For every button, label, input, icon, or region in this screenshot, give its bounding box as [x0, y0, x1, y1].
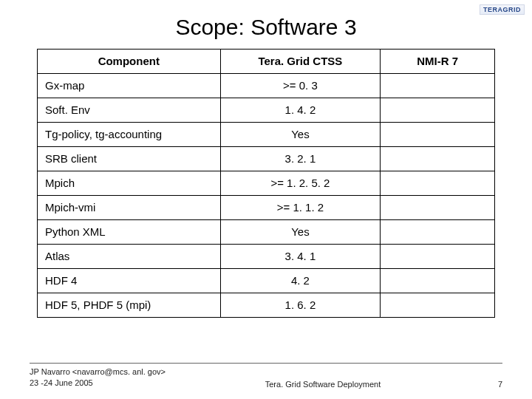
table-row: SRB client3. 2. 1 — [38, 147, 495, 171]
cell-component: Atlas — [38, 245, 221, 269]
cell-nmi — [381, 98, 495, 123]
table-row: HDF 44. 2 — [38, 269, 495, 293]
footer-author: JP Navarro <navarro@mcs. anl. gov> — [30, 366, 166, 378]
cell-component: Tg-policy, tg-accounting — [38, 123, 221, 147]
cell-component: SRB client — [38, 147, 221, 171]
cell-component: Mpich-vmi — [38, 196, 221, 220]
cell-nmi — [381, 245, 495, 269]
cell-nmi — [381, 196, 495, 220]
cell-nmi — [381, 123, 495, 147]
cell-ctss: >= 0. 3 — [220, 74, 381, 98]
cell-nmi — [381, 74, 495, 98]
slide-footer: JP Navarro <navarro@mcs. anl. gov> 23 -2… — [30, 363, 502, 389]
table-row: Tg-policy, tg-accountingYes — [38, 123, 495, 147]
cell-ctss: 3. 4. 1 — [220, 245, 381, 269]
page-title: Scope: Software 3 — [0, 15, 532, 40]
footer-date: 23 -24 June 2005 — [30, 378, 166, 389]
table-row: Gx-map>= 0. 3 — [38, 74, 495, 98]
cell-nmi — [381, 147, 495, 171]
table-row: Mpich>= 1. 2. 5. 2 — [38, 171, 495, 196]
cell-ctss: 1. 4. 2 — [220, 98, 381, 123]
cell-nmi — [381, 171, 495, 196]
table-row: HDF 5, PHDF 5 (mpi)1. 6. 2 — [38, 293, 495, 318]
footer-left: JP Navarro <navarro@mcs. anl. gov> 23 -2… — [30, 366, 166, 389]
footer-divider — [30, 363, 502, 364]
table-row: Soft. Env1. 4. 2 — [38, 98, 495, 123]
cell-ctss: 4. 2 — [220, 269, 381, 293]
cell-nmi — [381, 293, 495, 318]
table-container: Component Tera. Grid CTSS NMI-R 7 Gx-map… — [0, 49, 532, 318]
cell-component: Python XML — [38, 220, 221, 245]
cell-nmi — [381, 269, 495, 293]
footer-center: Tera. Grid Software Deployment — [166, 380, 480, 389]
cell-ctss: Yes — [220, 220, 381, 245]
table-row: Mpich-vmi>= 1. 1. 2 — [38, 196, 495, 220]
brand-logo: TERAGRID — [480, 4, 525, 15]
cell-component: Mpich — [38, 171, 221, 196]
cell-component: HDF 4 — [38, 269, 221, 293]
col-header-component: Component — [38, 50, 221, 74]
table-header-row: Component Tera. Grid CTSS NMI-R 7 — [38, 50, 495, 74]
cell-ctss: >= 1. 2. 5. 2 — [220, 171, 381, 196]
footer-page-number: 7 — [480, 380, 502, 389]
software-table: Component Tera. Grid CTSS NMI-R 7 Gx-map… — [37, 49, 495, 318]
cell-component: Soft. Env — [38, 98, 221, 123]
cell-ctss: 1. 6. 2 — [220, 293, 381, 318]
cell-component: HDF 5, PHDF 5 (mpi) — [38, 293, 221, 318]
col-header-ctss: Tera. Grid CTSS — [220, 50, 381, 74]
cell-component: Gx-map — [38, 74, 221, 98]
table-row: Atlas3. 4. 1 — [38, 245, 495, 269]
cell-ctss: 3. 2. 1 — [220, 147, 381, 171]
col-header-nmi: NMI-R 7 — [381, 50, 495, 74]
cell-ctss: Yes — [220, 123, 381, 147]
table-row: Python XMLYes — [38, 220, 495, 245]
cell-ctss: >= 1. 1. 2 — [220, 196, 381, 220]
cell-nmi — [381, 220, 495, 245]
